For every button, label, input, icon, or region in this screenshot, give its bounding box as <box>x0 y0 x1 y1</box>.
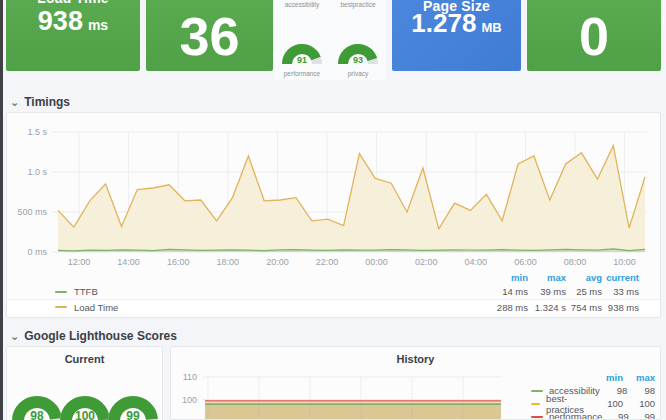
legend-col-current[interactable]: current <box>602 272 639 283</box>
mini-gauge-top-label: bestpractice <box>330 1 386 8</box>
timings-panel[interactable]: 1.5 s1.0 s500 ms0 ms12:0014:0016:0018:00… <box>6 112 661 318</box>
svg-text:04:00: 04:00 <box>465 257 488 267</box>
stat-unit: ms <box>88 17 108 33</box>
stat-unit: MB <box>481 20 501 35</box>
mini-gauge-top-label: accessibility <box>274 1 330 8</box>
section-title: Timings <box>24 95 70 109</box>
svg-text:14:00: 14:00 <box>117 257 140 267</box>
svg-text:1.0 s: 1.0 s <box>27 167 47 177</box>
stat-panel-load-time[interactable]: Load Time 938 ms <box>6 0 140 71</box>
legend-col-min[interactable]: min <box>591 372 623 383</box>
history-legend: minmaxaccessibility9898best-practices100… <box>523 371 659 420</box>
series-name[interactable]: Load Time <box>74 302 118 313</box>
legend-row[interactable]: TTFB14 ms39 ms25 ms33 ms <box>7 284 660 299</box>
svg-text:08:00: 08:00 <box>564 257 587 267</box>
series-swatch-icon <box>55 291 67 293</box>
panel-title: Current <box>7 347 162 365</box>
svg-text:93: 93 <box>353 55 363 65</box>
svg-text:06:00: 06:00 <box>514 257 537 267</box>
svg-text:20:00: 20:00 <box>266 257 289 267</box>
series-max: 39 ms <box>528 286 566 297</box>
lighthouse-mini-gauges[interactable]: accessibility 91 performance bestpractic… <box>274 0 386 80</box>
series-current: 938 ms <box>602 302 639 313</box>
lighthouse-history-panel[interactable]: History 110100 minmaxaccessibility9898be… <box>170 346 661 420</box>
legend-row[interactable]: best-practices100100 <box>523 397 659 410</box>
svg-text:0 ms: 0 ms <box>27 247 47 257</box>
chevron-down-icon[interactable]: ⌄ <box>10 331 19 341</box>
series-max: 100 <box>623 398 655 409</box>
svg-text:18:00: 18:00 <box>217 257 240 267</box>
series-min: 288 ms <box>490 302 528 313</box>
series-max: 1.324 s <box>528 302 566 313</box>
gauge-privacy: 93 <box>336 38 380 65</box>
series-min: 100 <box>591 398 623 409</box>
chevron-down-icon[interactable]: ⌄ <box>10 97 19 107</box>
gauge-current-3: 99 <box>107 389 159 420</box>
legend-col-avg[interactable]: avg <box>566 272 602 283</box>
gauge-current-1: 98 <box>11 389 63 420</box>
svg-text:100: 100 <box>182 395 197 405</box>
legend-header-row: minmaxavgcurrent <box>7 271 660 284</box>
series-max: 99 <box>629 411 655 420</box>
series-min: 99 <box>602 411 628 420</box>
svg-text:02:00: 02:00 <box>415 257 438 267</box>
svg-text:16:00: 16:00 <box>167 257 190 267</box>
section-header-lighthouse[interactable]: ⌄ Google Lighthouse Scores <box>10 329 177 343</box>
svg-text:99: 99 <box>126 409 140 420</box>
svg-text:10:00: 10:00 <box>613 257 636 267</box>
section-title: Google Lighthouse Scores <box>24 329 177 343</box>
timings-chart[interactable]: 1.5 s1.0 s500 ms0 ms12:0014:0016:0018:00… <box>7 113 661 271</box>
svg-text:22:00: 22:00 <box>316 257 339 267</box>
stat-panel-requests[interactable]: 36 <box>146 0 273 71</box>
svg-text:110: 110 <box>183 372 197 382</box>
series-avg: 754 ms <box>566 302 602 313</box>
stat-panel-page-size[interactable]: Page Size 1.278 MB <box>392 0 521 71</box>
series-avg: 25 ms <box>566 286 602 297</box>
gauge-current-2: 100 <box>59 389 111 420</box>
legend-header-row: minmax <box>523 371 659 384</box>
stat-value: 0 <box>527 0 661 71</box>
series-swatch-icon <box>531 403 540 405</box>
svg-text:00:00: 00:00 <box>365 257 388 267</box>
svg-text:91: 91 <box>297 55 307 65</box>
series-swatch-icon <box>531 390 543 392</box>
series-max: 98 <box>627 385 655 396</box>
svg-text:100: 100 <box>75 409 95 420</box>
series-min: 14 ms <box>490 286 528 297</box>
dashboard: Load Time 938 ms 36 accessibility 91 per… <box>0 0 666 420</box>
stat-value: 938 <box>38 6 83 37</box>
series-swatch-icon <box>531 416 543 418</box>
series-swatch-icon <box>55 306 67 308</box>
section-header-timings[interactable]: ⌄ Timings <box>10 95 70 109</box>
svg-text:98: 98 <box>30 409 44 420</box>
svg-text:500 ms: 500 ms <box>17 207 47 217</box>
legend-col-max[interactable]: max <box>528 272 566 283</box>
stat-panel-errors[interactable]: 0 <box>527 0 661 71</box>
legend-row[interactable]: performance9999 <box>523 410 659 420</box>
stat-value: 1.278 <box>411 8 476 39</box>
timings-legend: minmaxavgcurrentTTFB14 ms39 ms25 ms33 ms… <box>7 271 660 314</box>
series-current: 33 ms <box>602 286 639 297</box>
series-name[interactable]: performance <box>549 411 602 420</box>
lighthouse-current-panel[interactable]: Current 98 100 99 <box>6 346 163 420</box>
mini-gauge-performance: accessibility 91 performance <box>274 0 330 80</box>
mini-gauge-bottom-label: performance <box>274 70 330 77</box>
gauge-performance: 91 <box>280 38 324 65</box>
svg-text:12:00: 12:00 <box>68 257 91 267</box>
legend-row[interactable]: Load Time288 ms1.324 s754 ms938 ms <box>7 299 660 314</box>
series-min: 98 <box>600 385 628 396</box>
legend-col-min[interactable]: min <box>490 272 528 283</box>
stat-value: 36 <box>146 0 273 71</box>
series-name[interactable]: TTFB <box>74 286 98 297</box>
legend-col-max[interactable]: max <box>623 372 655 383</box>
sidebar-edge <box>0 0 3 420</box>
mini-gauge-bottom-label: privacy <box>330 70 386 77</box>
svg-text:1.5 s: 1.5 s <box>27 127 47 137</box>
mini-gauge-privacy: bestpractice 93 privacy <box>330 0 386 80</box>
